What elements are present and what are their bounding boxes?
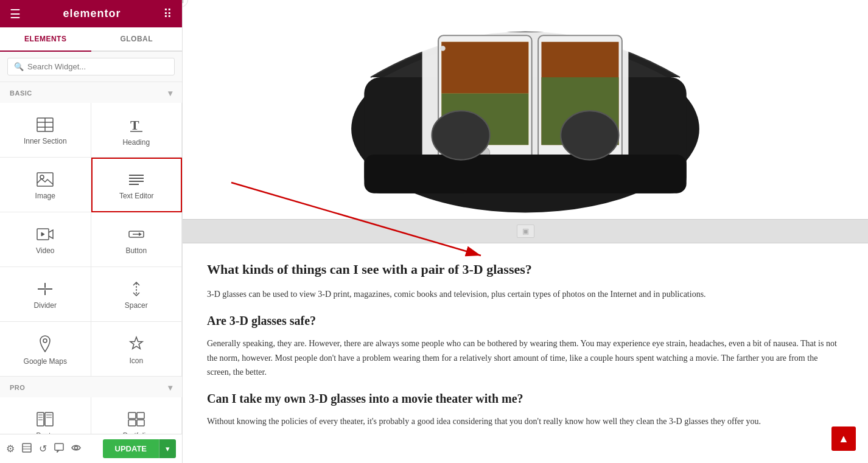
panel-header: ☰ elementor ⠿ <box>0 0 182 27</box>
portfolio-icon <box>128 412 145 426</box>
basic-collapse-icon[interactable]: ▾ <box>168 88 173 98</box>
search-area: 🔍 <box>0 52 182 82</box>
svg-rect-33 <box>23 444 31 452</box>
q3-text: Without knowing the policies of every th… <box>207 414 844 429</box>
widget-image[interactable]: Image <box>0 158 91 212</box>
drag-placeholder-icon: ▣ <box>517 225 534 238</box>
widget-video[interactable]: Video <box>0 212 91 267</box>
video-icon <box>37 227 54 242</box>
svg-marker-19 <box>44 290 46 295</box>
svg-text:T: T <box>130 117 139 133</box>
text-editor-icon <box>128 172 145 187</box>
video-label: Video <box>36 246 54 255</box>
svg-rect-32 <box>137 420 144 426</box>
widget-portfolio[interactable]: Portfolio <box>91 397 183 434</box>
content-area[interactable]: ▣ What kinds of things can I see with a … <box>183 0 868 463</box>
q1-heading: What kinds of things can I see with a pa… <box>207 262 844 277</box>
divider-label: Divider <box>34 301 57 310</box>
hamburger-icon[interactable]: ☰ <box>10 7 21 21</box>
left-panel: ☰ elementor ⠿ ELEMENTS GLOBAL 🔍 BASIC ▾ <box>0 0 183 463</box>
heading-icon: T <box>128 116 145 133</box>
widget-divider[interactable]: Divider <box>0 267 91 322</box>
tab-global[interactable]: GLOBAL <box>91 27 183 50</box>
preview-icon[interactable] <box>71 443 81 455</box>
widget-google-maps[interactable]: Google Maps <box>0 322 91 377</box>
q3-heading: Can I take my own 3-D glasses into a mov… <box>207 392 844 406</box>
tab-elements[interactable]: ELEMENTS <box>0 27 91 52</box>
pro-label: PRO <box>10 384 25 391</box>
posts-icon <box>37 412 54 426</box>
svg-rect-26 <box>45 413 53 426</box>
comments-icon[interactable] <box>54 443 64 455</box>
basic-label: BASIC <box>10 89 32 97</box>
widget-grid-basic: Inner Section T Heading <box>0 103 182 377</box>
update-btn-wrap: UPDATE ▾ <box>103 439 176 458</box>
panel-tabs: ELEMENTS GLOBAL <box>0 27 182 52</box>
update-button[interactable]: UPDATE <box>103 439 159 458</box>
widget-spacer[interactable]: Spacer <box>91 267 183 322</box>
scroll-to-top-button[interactable]: ▲ <box>831 426 856 451</box>
history-icon[interactable]: ↺ <box>39 443 47 454</box>
widget-icon[interactable]: Icon <box>91 322 183 377</box>
settings-icon[interactable]: ⚙ <box>6 443 15 454</box>
svg-point-52 <box>561 111 618 159</box>
svg-rect-31 <box>128 420 136 426</box>
svg-point-7 <box>40 175 44 179</box>
svg-marker-18 <box>44 283 46 288</box>
svg-rect-22 <box>37 413 44 426</box>
button-label: Button <box>125 246 147 255</box>
elementor-logo: elementor <box>63 7 121 20</box>
svg-rect-29 <box>128 413 136 419</box>
search-input[interactable] <box>27 62 168 71</box>
image-label: Image <box>35 192 55 200</box>
section-basic: BASIC ▾ <box>0 82 182 103</box>
drag-placeholder: ▣ <box>183 219 868 243</box>
widget-text-editor[interactable]: Text Editor <box>91 158 183 212</box>
search-icon: 🔍 <box>14 62 24 71</box>
google-maps-label: Google Maps <box>24 357 67 366</box>
svg-rect-6 <box>37 173 53 186</box>
svg-marker-13 <box>41 232 44 236</box>
layers-icon[interactable] <box>22 443 32 455</box>
widget-grid-pro: Posts Portfolio <box>0 397 182 434</box>
icon-widget-icon <box>128 336 144 352</box>
widget-button[interactable]: Button <box>91 212 183 267</box>
grid-icon[interactable]: ⠿ <box>163 7 172 21</box>
svg-point-51 <box>432 111 489 159</box>
section-pro: PRO ▾ <box>0 377 182 397</box>
spacer-label: Spacer <box>125 301 148 310</box>
toolbar-icons: ⚙ ↺ <box>6 443 81 455</box>
q2-text: Generally speaking, they are. However, t… <box>207 336 844 380</box>
inner-section-label: Inner Section <box>24 137 67 145</box>
right-panel: ◀ <box>183 0 868 463</box>
widget-posts[interactable]: Posts <box>0 397 91 434</box>
svg-point-45 <box>440 46 445 50</box>
svg-rect-43 <box>441 42 528 94</box>
bottom-toolbar: ⚙ ↺ U <box>0 434 182 463</box>
text-content: What kinds of things can I see with a pa… <box>183 243 868 459</box>
svg-marker-16 <box>139 232 142 236</box>
spacer-icon <box>128 282 145 296</box>
divider-icon <box>37 282 54 296</box>
text-editor-label: Text Editor <box>119 192 154 200</box>
image-icon <box>37 172 54 187</box>
icon-widget-label: Icon <box>129 357 143 365</box>
svg-point-37 <box>75 446 78 449</box>
pro-collapse-icon[interactable]: ▾ <box>168 383 173 392</box>
svg-point-21 <box>43 339 47 343</box>
q1-text: 3-D glasses can be used to view 3-D prin… <box>207 287 844 302</box>
google-maps-icon <box>38 335 52 352</box>
widget-heading[interactable]: T Heading <box>91 103 183 158</box>
widget-inner-section[interactable]: Inner Section <box>0 103 91 158</box>
button-icon <box>128 227 145 242</box>
search-input-wrap: 🔍 <box>7 58 175 75</box>
svg-rect-30 <box>137 413 144 419</box>
q2-heading: Are 3-D glasses safe? <box>207 314 844 328</box>
update-dropdown-button[interactable]: ▾ <box>159 439 176 458</box>
heading-label: Heading <box>122 138 150 147</box>
svg-rect-36 <box>55 444 63 450</box>
widgets-area: BASIC ▾ Inner Section <box>0 82 182 434</box>
svg-rect-50 <box>364 155 686 193</box>
inner-section-icon <box>37 117 54 132</box>
vr-image-area <box>183 0 868 219</box>
